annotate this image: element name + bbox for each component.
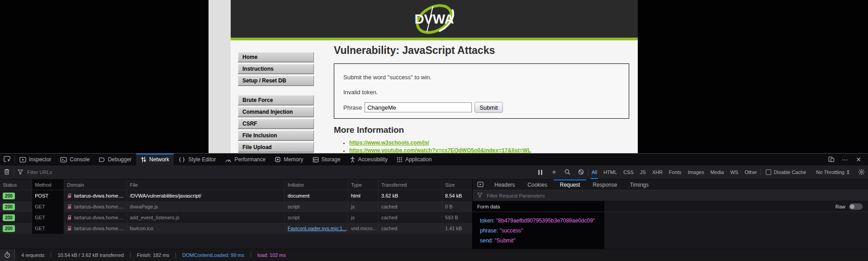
- pause-traffic-button[interactable]: [534, 165, 547, 179]
- type-cell: html: [348, 190, 379, 201]
- devtools-tab-debugger[interactable]: Debugger: [94, 154, 136, 165]
- type-filter-html[interactable]: HTML: [600, 165, 620, 179]
- type-filters: AllHTMLCSSJSXHRFontsImagesMediaWSOther: [588, 165, 760, 179]
- transferred-cell: cached: [379, 201, 442, 212]
- column-header-domain[interactable]: Domain: [64, 179, 127, 190]
- column-header-initiator[interactable]: Initiator: [285, 179, 348, 190]
- devtools-tab-performance[interactable]: Performance: [220, 154, 270, 165]
- details-pane-toggle-button[interactable]: [473, 179, 488, 190]
- column-header-method[interactable]: Method: [32, 179, 64, 190]
- initiator-text: script: [288, 215, 299, 220]
- method-cell: GET: [32, 201, 64, 212]
- devtools-tab-application[interactable]: Application: [392, 154, 436, 165]
- devtools-close-button[interactable]: ✕: [853, 154, 864, 165]
- network-settings-button[interactable]: [854, 165, 868, 179]
- column-header-transferred[interactable]: Transferred: [379, 179, 442, 190]
- search-button[interactable]: [561, 165, 574, 179]
- transferred-summary: 10.54 kB / 3.62 kB transferred: [51, 252, 130, 258]
- dvwa-header-banner: DVWA: [231, 0, 638, 38]
- details-tab-request[interactable]: Request: [554, 179, 587, 190]
- phrase-input[interactable]: [365, 102, 472, 112]
- new-request-button[interactable]: +: [547, 165, 561, 179]
- more-info-link[interactable]: https://www.w3schools.com/js/: [349, 140, 429, 146]
- request-row-add-event-listeners-js[interactable]: 200 GET tartarus-dvwa.home.... add_event…: [0, 212, 472, 223]
- details-tab-cookies[interactable]: Cookies: [521, 179, 553, 190]
- devtools-tab-accessibility[interactable]: Accessibility: [345, 154, 392, 165]
- submit-button[interactable]: Submit: [474, 102, 503, 113]
- network-toolbar: + AllHTMLCSSJSXHRFontsImagesMediaWSOther…: [0, 165, 868, 179]
- raw-toggle-switch[interactable]: [849, 203, 863, 210]
- devtools-tab-style-editor[interactable]: Style Editor: [174, 154, 220, 165]
- nav-item[interactable]: Instructions: [238, 64, 314, 74]
- type-filter-ws[interactable]: WS: [727, 165, 741, 179]
- nav-item[interactable]: Brute Force: [238, 95, 314, 105]
- column-header-file[interactable]: File: [127, 179, 285, 190]
- nav-item[interactable]: File Inclusion: [238, 130, 314, 140]
- devtools-tab-memory[interactable]: Memory: [270, 154, 308, 165]
- type-filter-other[interactable]: Other: [741, 165, 760, 179]
- nav-item[interactable]: Home: [238, 52, 314, 62]
- stopwatch-icon: [4, 251, 10, 259]
- pause-icon: [538, 170, 542, 175]
- type-filter-css[interactable]: CSS: [620, 165, 637, 179]
- page-title: Vulnerability: JavaScript Attacks: [334, 44, 630, 57]
- column-header-type[interactable]: Type: [348, 179, 379, 190]
- trash-icon: [4, 169, 9, 176]
- nav-item[interactable]: File Upload: [238, 142, 314, 152]
- file-cell: /DVWA/vulnerabilities/javascript/: [127, 190, 285, 201]
- domain-cell: tartarus-dvwa.home....: [64, 190, 127, 201]
- disable-cache-checkbox[interactable]: [766, 169, 771, 175]
- type-filter-media[interactable]: Media: [707, 165, 727, 179]
- more-info-link[interactable]: https://www.youtube.com/watch?v=cs7EQdWO…: [349, 147, 531, 153]
- funnel-icon: [18, 169, 23, 175]
- domain-text: tartarus-dvwa.home....: [74, 212, 123, 223]
- form-data-param[interactable]: token"8b479aefbd90795395b3e7089ae0dc09": [480, 216, 868, 226]
- pane-toggle-icon: [477, 182, 484, 188]
- clear-requests-button[interactable]: [0, 165, 14, 179]
- load-time[interactable]: load: 102 ms: [251, 252, 292, 258]
- devtools-tab-console[interactable]: Console: [56, 154, 94, 165]
- devtools-tab-inspector[interactable]: Inspector: [15, 154, 56, 165]
- form-data-param[interactable]: phrase"success": [480, 226, 868, 236]
- request-row-favicon-ico[interactable]: 200 GET tartarus-dvwa.home.... favicon.i…: [0, 223, 472, 234]
- devtools-tab-storage[interactable]: Storage: [308, 154, 345, 165]
- nav-item[interactable]: CSRF: [238, 119, 314, 129]
- type-filter-all[interactable]: All: [588, 165, 600, 179]
- accessibility-icon: [350, 156, 356, 163]
- form-data-param[interactable]: send"Submit": [480, 236, 868, 246]
- close-icon: ✕: [856, 156, 861, 163]
- performance-icon: [225, 157, 232, 163]
- column-header-size[interactable]: Size: [442, 179, 472, 190]
- nav-item[interactable]: Setup / Reset DB: [238, 76, 314, 86]
- block-icon: [578, 169, 584, 176]
- network-icon: [141, 156, 147, 163]
- nav-item[interactable]: Command Injection: [238, 107, 314, 117]
- initiator-text: document: [288, 193, 309, 198]
- domain-text: tartarus-dvwa.home....: [74, 223, 123, 234]
- throttling-select[interactable]: No Throttling: [811, 165, 854, 179]
- column-header-status[interactable]: Status: [0, 179, 32, 190]
- details-tab-timings[interactable]: Timings: [623, 179, 655, 190]
- performance-analysis-button[interactable]: [0, 249, 15, 261]
- devtools-menu-button[interactable]: ⋯: [839, 154, 851, 165]
- phrase-label: Phrase: [343, 104, 362, 111]
- details-tab-response[interactable]: Response: [586, 179, 623, 190]
- details-tab-headers[interactable]: Headers: [488, 179, 521, 190]
- method-cell: GET: [32, 223, 64, 234]
- devtools-tab-network[interactable]: Network: [136, 154, 174, 165]
- filter-urls-input[interactable]: [26, 169, 534, 175]
- request-row-javascript[interactable]: 200 POST tartarus-dvwa.home.... /DVWA/vu…: [0, 190, 472, 201]
- finish-time: Finish: 182 ms: [131, 252, 176, 258]
- responsive-design-mode-button[interactable]: [825, 154, 837, 165]
- pick-element-button[interactable]: [0, 154, 14, 165]
- request-row-dvwapage-js[interactable]: 200 GET tartarus-dvwa.home.... dvwaPage.…: [0, 201, 472, 212]
- type-filter-js[interactable]: JS: [637, 165, 649, 179]
- type-filter-fonts[interactable]: Fonts: [666, 165, 685, 179]
- type-filter-images[interactable]: Images: [684, 165, 707, 179]
- filter-request-parameters-input[interactable]: [486, 193, 868, 199]
- dom-content-loaded-time[interactable]: DOMContentLoaded: 99 ms: [176, 252, 251, 258]
- disable-cache-toggle[interactable]: Disable Cache: [761, 165, 811, 179]
- type-filter-xhr[interactable]: XHR: [649, 165, 666, 179]
- block-request-button[interactable]: [574, 165, 588, 179]
- type-cell: vnd.micro...: [348, 223, 379, 234]
